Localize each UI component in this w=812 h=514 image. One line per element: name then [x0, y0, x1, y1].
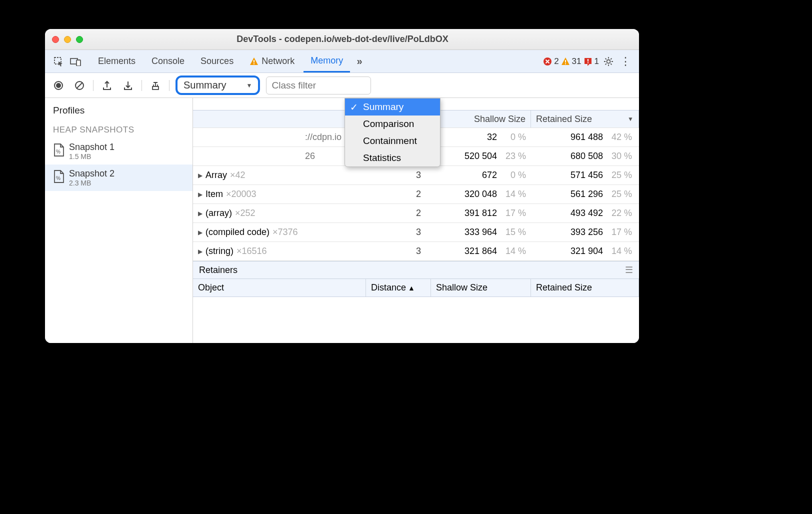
chevron-down-icon: ▼ — [246, 82, 252, 89]
clear-icon[interactable] — [72, 78, 87, 93]
retained-size-value: 393 256 — [570, 227, 603, 238]
close-window-button[interactable] — [52, 36, 59, 43]
retained-size-pct: 42 % — [610, 132, 632, 142]
distance-value: 2 — [416, 189, 421, 199]
profiles-sidebar: Profiles HEAP SNAPSHOTS % Snapshot 1 1.5… — [45, 98, 193, 343]
dropdown-item-summary[interactable]: Summary — [345, 98, 440, 116]
warning-triangle-icon — [250, 57, 258, 66]
svg-rect-4 — [254, 63, 254, 64]
tab-label: Elements — [98, 56, 136, 66]
snapshot-item-2[interactable]: % Snapshot 2 2.3 MB — [45, 164, 192, 191]
snapshot-file-icon: % — [53, 170, 64, 183]
snapshot-name: Snapshot 1 — [69, 142, 114, 152]
object-count: ×20003 — [226, 189, 256, 200]
class-filter-input[interactable] — [266, 76, 371, 94]
collect-garbage-icon[interactable] — [148, 78, 163, 93]
record-icon[interactable] — [51, 78, 66, 93]
tab-network[interactable]: Network — [242, 50, 302, 72]
object-count: ×252 — [235, 208, 256, 218]
profiles-heading: Profiles — [45, 98, 192, 121]
separator — [169, 80, 170, 91]
object-count: ×42 — [230, 170, 246, 180]
count: 1 — [594, 56, 599, 66]
distance-value: 3 — [416, 246, 421, 256]
shallow-size-value: 32 — [487, 132, 497, 142]
hamburger-icon[interactable]: ☰ — [625, 264, 633, 276]
shallow-column-head[interactable]: Shallow Size — [431, 110, 531, 128]
constructor-name: (string) — [206, 246, 234, 256]
dropdown-item-statistics[interactable]: Statistics — [345, 150, 440, 166]
dropdown-item-comparison[interactable]: Comparison — [345, 116, 440, 132]
svg-text:%: % — [56, 149, 60, 154]
more-tabs-icon[interactable]: » — [352, 54, 367, 69]
constructor-row[interactable]: ▶(compiled code)×73763333 96415 %393 256… — [193, 223, 639, 242]
dropdown-item-containment[interactable]: Containment — [345, 132, 440, 150]
sort-asc-icon: ▲ — [408, 284, 415, 292]
distance-value: 2 — [416, 208, 421, 218]
column-label: Retained Size — [536, 114, 592, 124]
svg-text:%: % — [56, 176, 60, 181]
svg-rect-3 — [254, 60, 254, 62]
constructor-name: Array — [206, 170, 227, 180]
sort-desc-icon: ▼ — [628, 116, 634, 122]
retainers-retained-head[interactable]: Retained Size — [531, 279, 639, 296]
object-column-head[interactable]: Object — [193, 279, 366, 296]
retainers-shallow-head[interactable]: Shallow Size — [431, 279, 531, 296]
shallow-size-value: 391 812 — [464, 208, 497, 218]
error-count[interactable]: 2 — [543, 56, 558, 66]
inspect-element-icon[interactable] — [51, 54, 66, 69]
issues-count[interactable]: 1 — [584, 56, 599, 66]
shallow-size-value: 321 864 — [464, 246, 497, 256]
svg-rect-7 — [565, 63, 566, 64]
column-label: Object — [198, 282, 224, 293]
kebab-menu-icon[interactable]: ⋮ — [618, 54, 633, 69]
tab-memory[interactable]: Memory — [304, 50, 350, 72]
perspective-dropdown-button[interactable]: Summary ▼ — [176, 76, 260, 95]
shallow-size-pct: 17 % — [504, 208, 526, 218]
device-toolbar-icon[interactable] — [68, 54, 83, 69]
retained-size-pct: 30 % — [610, 151, 632, 162]
settings-gear-icon[interactable] — [601, 54, 616, 69]
retainers-empty-area — [193, 297, 639, 343]
shallow-size-pct: 14 % — [504, 189, 526, 200]
snapshot-item-1[interactable]: % Snapshot 1 1.5 MB — [45, 138, 192, 164]
retained-size-pct: 25 % — [610, 170, 632, 180]
shallow-size-value: 520 504 — [464, 151, 497, 162]
retainers-label: Retainers — [199, 265, 238, 276]
distance-value: 3 — [416, 170, 421, 180]
retainers-header: Retainers ☰ — [193, 261, 639, 279]
retained-size-value: 321 904 — [570, 246, 603, 256]
warning-triangle-icon — [561, 57, 570, 66]
save-profile-icon[interactable] — [120, 78, 136, 93]
column-label: Distance — [371, 282, 406, 293]
constructor-name: (array) — [206, 208, 232, 218]
expand-triangle-icon: ▶ — [198, 210, 202, 217]
retained-size-value: 561 296 — [570, 189, 603, 200]
constructor-row[interactable]: ▶(array)×2522391 81217 %493 49222 % — [193, 204, 639, 223]
minimize-window-button[interactable] — [64, 36, 71, 43]
warning-count[interactable]: 31 — [561, 56, 582, 66]
maximize-window-button[interactable] — [76, 36, 83, 43]
tab-label: Network — [262, 56, 294, 66]
constructor-row[interactable]: ▶Array×4236720 %571 45625 % — [193, 166, 639, 185]
constructor-column-head[interactable] — [193, 110, 366, 128]
dropdown-label: Summary — [184, 80, 226, 91]
retained-size-pct: 25 % — [610, 189, 632, 200]
tab-elements[interactable]: Elements — [91, 50, 142, 72]
retained-size-pct: 17 % — [610, 227, 632, 238]
tab-sources[interactable]: Sources — [194, 50, 240, 72]
constructor-name: (compiled code) — [206, 227, 270, 238]
object-count: ×16516 — [236, 246, 267, 256]
heap-snapshots-label: HEAP SNAPSHOTS — [45, 121, 192, 138]
constructor-row[interactable]: ▶Item×200032320 04814 %561 29625 % — [193, 185, 639, 204]
dropdown-item-label: Containment — [363, 136, 417, 146]
load-profile-icon[interactable] — [100, 78, 114, 93]
tab-console[interactable]: Console — [144, 50, 192, 72]
svg-rect-9 — [588, 59, 588, 62]
shallow-size-pct: 23 % — [504, 151, 526, 162]
retained-column-head[interactable]: Retained Size ▼ — [531, 110, 639, 128]
constructor-row[interactable]: ▶(string)×165163321 86414 %321 90414 % — [193, 242, 639, 261]
retainers-distance-head[interactable]: Distance ▲ — [366, 279, 431, 296]
column-label: Shallow Size — [436, 282, 488, 293]
window-title: DevTools - codepen.io/web-dot-dev/live/P… — [83, 34, 602, 44]
